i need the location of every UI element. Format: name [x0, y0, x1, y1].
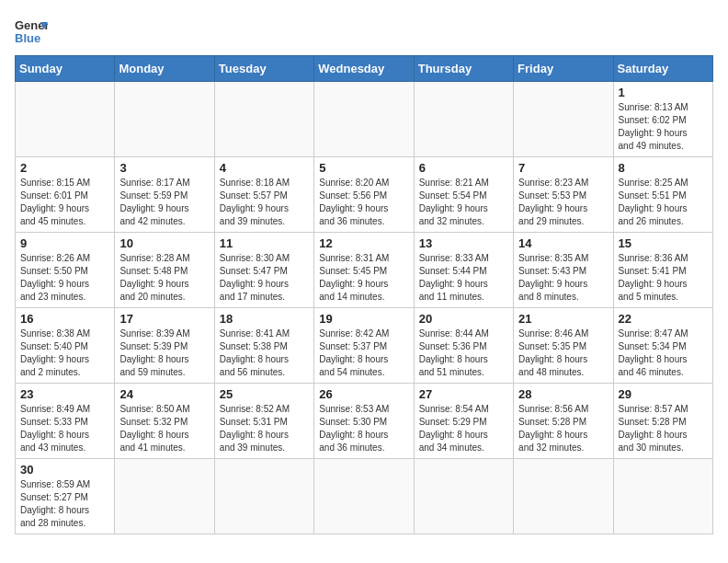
calendar-day-cell: 10Sunrise: 8:28 AM Sunset: 5:48 PM Dayli… — [115, 233, 214, 308]
day-info: Sunrise: 8:41 AM Sunset: 5:38 PM Dayligh… — [220, 327, 309, 379]
calendar-week-row: 2Sunrise: 8:15 AM Sunset: 6:01 PM Daylig… — [16, 157, 713, 233]
calendar-day-cell: 13Sunrise: 8:33 AM Sunset: 5:44 PM Dayli… — [414, 233, 513, 308]
day-info: Sunrise: 8:46 AM Sunset: 5:35 PM Dayligh… — [518, 327, 608, 379]
page-header: General Blue — [15, 15, 713, 48]
day-number: 19 — [319, 312, 408, 326]
day-number: 9 — [20, 236, 109, 250]
day-info: Sunrise: 8:53 AM Sunset: 5:30 PM Dayligh… — [319, 403, 408, 454]
calendar-day-cell: 27Sunrise: 8:54 AM Sunset: 5:29 PM Dayli… — [414, 384, 513, 459]
day-of-week-header: Wednesday — [314, 56, 414, 82]
day-number: 23 — [20, 387, 109, 401]
day-number: 17 — [119, 312, 209, 326]
calendar-table: SundayMondayTuesdayWednesdayThursdayFrid… — [15, 55, 713, 534]
day-info: Sunrise: 8:44 AM Sunset: 5:36 PM Dayligh… — [419, 327, 508, 379]
day-info: Sunrise: 8:56 AM Sunset: 5:28 PM Dayligh… — [518, 403, 608, 454]
calendar-day-cell: 17Sunrise: 8:39 AM Sunset: 5:39 PM Dayli… — [115, 308, 214, 384]
calendar-day-cell: 18Sunrise: 8:41 AM Sunset: 5:38 PM Dayli… — [214, 308, 313, 384]
day-info: Sunrise: 8:49 AM Sunset: 5:33 PM Dayligh… — [20, 403, 109, 454]
calendar-day-cell — [16, 82, 115, 157]
day-info: Sunrise: 8:39 AM Sunset: 5:39 PM Dayligh… — [119, 327, 209, 379]
day-of-week-header: Tuesday — [214, 56, 313, 82]
day-info: Sunrise: 8:36 AM Sunset: 5:41 PM Dayligh… — [619, 252, 708, 304]
day-number: 13 — [419, 236, 508, 250]
calendar-day-cell: 7Sunrise: 8:23 AM Sunset: 5:53 PM Daylig… — [514, 157, 613, 233]
calendar-day-cell — [314, 82, 414, 157]
day-info: Sunrise: 8:52 AM Sunset: 5:31 PM Dayligh… — [220, 403, 309, 454]
calendar-day-cell — [115, 82, 214, 157]
calendar-day-cell: 2Sunrise: 8:15 AM Sunset: 6:01 PM Daylig… — [16, 157, 115, 233]
day-info: Sunrise: 8:17 AM Sunset: 5:59 PM Dayligh… — [119, 177, 209, 228]
day-number: 25 — [220, 387, 309, 401]
calendar-week-row: 16Sunrise: 8:38 AM Sunset: 5:40 PM Dayli… — [16, 308, 713, 384]
day-number: 21 — [518, 312, 608, 326]
day-info: Sunrise: 8:50 AM Sunset: 5:32 PM Dayligh… — [119, 403, 209, 454]
calendar-day-cell — [314, 459, 414, 534]
calendar-day-cell: 29Sunrise: 8:57 AM Sunset: 5:28 PM Dayli… — [613, 384, 712, 459]
calendar-header-row: SundayMondayTuesdayWednesdayThursdayFrid… — [16, 56, 713, 82]
day-number: 24 — [119, 387, 209, 401]
day-number: 27 — [419, 387, 508, 401]
day-info: Sunrise: 8:26 AM Sunset: 5:50 PM Dayligh… — [20, 252, 109, 304]
calendar-day-cell — [414, 459, 513, 534]
calendar-day-cell — [115, 459, 214, 534]
day-info: Sunrise: 8:30 AM Sunset: 5:47 PM Dayligh… — [220, 252, 309, 304]
calendar-day-cell: 11Sunrise: 8:30 AM Sunset: 5:47 PM Dayli… — [214, 233, 313, 308]
day-of-week-header: Sunday — [16, 56, 115, 82]
calendar-week-row: 1Sunrise: 8:13 AM Sunset: 6:02 PM Daylig… — [16, 82, 713, 157]
calendar-day-cell — [214, 82, 313, 157]
day-of-week-header: Monday — [115, 56, 214, 82]
day-number: 28 — [518, 387, 608, 401]
day-info: Sunrise: 8:57 AM Sunset: 5:28 PM Dayligh… — [619, 403, 708, 454]
calendar-day-cell: 3Sunrise: 8:17 AM Sunset: 5:59 PM Daylig… — [115, 157, 214, 233]
day-number: 10 — [119, 236, 209, 250]
day-info: Sunrise: 8:59 AM Sunset: 5:27 PM Dayligh… — [20, 478, 109, 530]
day-of-week-header: Thursday — [414, 56, 513, 82]
calendar-day-cell: 4Sunrise: 8:18 AM Sunset: 5:57 PM Daylig… — [214, 157, 313, 233]
day-info: Sunrise: 8:42 AM Sunset: 5:37 PM Dayligh… — [319, 327, 408, 379]
day-info: Sunrise: 8:28 AM Sunset: 5:48 PM Dayligh… — [119, 252, 209, 304]
day-number: 29 — [619, 387, 708, 401]
calendar-day-cell: 30Sunrise: 8:59 AM Sunset: 5:27 PM Dayli… — [16, 459, 115, 534]
generalblue-logo-icon: General Blue — [15, 15, 48, 48]
calendar-day-cell: 23Sunrise: 8:49 AM Sunset: 5:33 PM Dayli… — [16, 384, 115, 459]
day-of-week-header: Saturday — [613, 56, 712, 82]
day-number: 12 — [319, 236, 408, 250]
calendar-day-cell: 16Sunrise: 8:38 AM Sunset: 5:40 PM Dayli… — [16, 308, 115, 384]
day-number: 15 — [619, 236, 708, 250]
day-info: Sunrise: 8:18 AM Sunset: 5:57 PM Dayligh… — [220, 177, 309, 228]
calendar-day-cell: 21Sunrise: 8:46 AM Sunset: 5:35 PM Dayli… — [514, 308, 613, 384]
day-info: Sunrise: 8:25 AM Sunset: 5:51 PM Dayligh… — [619, 177, 708, 228]
calendar-day-cell: 5Sunrise: 8:20 AM Sunset: 5:56 PM Daylig… — [314, 157, 414, 233]
day-number: 20 — [419, 312, 508, 326]
day-info: Sunrise: 8:13 AM Sunset: 6:02 PM Dayligh… — [619, 101, 708, 153]
calendar-day-cell: 19Sunrise: 8:42 AM Sunset: 5:37 PM Dayli… — [314, 308, 414, 384]
calendar-day-cell — [214, 459, 313, 534]
calendar-day-cell: 26Sunrise: 8:53 AM Sunset: 5:30 PM Dayli… — [314, 384, 414, 459]
day-number: 8 — [619, 161, 708, 175]
day-number: 2 — [20, 161, 109, 175]
day-info: Sunrise: 8:31 AM Sunset: 5:45 PM Dayligh… — [319, 252, 408, 304]
day-number: 18 — [220, 312, 309, 326]
day-number: 1 — [619, 86, 708, 99]
calendar-day-cell — [613, 459, 712, 534]
calendar-day-cell: 1Sunrise: 8:13 AM Sunset: 6:02 PM Daylig… — [613, 82, 712, 157]
day-info: Sunrise: 8:15 AM Sunset: 6:01 PM Dayligh… — [20, 177, 109, 228]
day-number: 14 — [518, 236, 608, 250]
day-number: 7 — [518, 161, 608, 175]
calendar-day-cell — [414, 82, 513, 157]
calendar-day-cell — [514, 459, 613, 534]
day-number: 5 — [319, 161, 408, 175]
calendar-day-cell: 22Sunrise: 8:47 AM Sunset: 5:34 PM Dayli… — [613, 308, 712, 384]
day-info: Sunrise: 8:38 AM Sunset: 5:40 PM Dayligh… — [20, 327, 109, 379]
day-number: 3 — [119, 161, 209, 175]
day-info: Sunrise: 8:23 AM Sunset: 5:53 PM Dayligh… — [518, 177, 608, 228]
day-of-week-header: Friday — [514, 56, 613, 82]
day-number: 26 — [319, 387, 408, 401]
day-info: Sunrise: 8:20 AM Sunset: 5:56 PM Dayligh… — [319, 177, 408, 228]
calendar-week-row: 30Sunrise: 8:59 AM Sunset: 5:27 PM Dayli… — [16, 459, 713, 534]
calendar-day-cell: 24Sunrise: 8:50 AM Sunset: 5:32 PM Dayli… — [115, 384, 214, 459]
calendar-day-cell: 6Sunrise: 8:21 AM Sunset: 5:54 PM Daylig… — [414, 157, 513, 233]
calendar-week-row: 23Sunrise: 8:49 AM Sunset: 5:33 PM Dayli… — [16, 384, 713, 459]
logo: General Blue — [15, 15, 48, 48]
day-info: Sunrise: 8:54 AM Sunset: 5:29 PM Dayligh… — [419, 403, 508, 454]
